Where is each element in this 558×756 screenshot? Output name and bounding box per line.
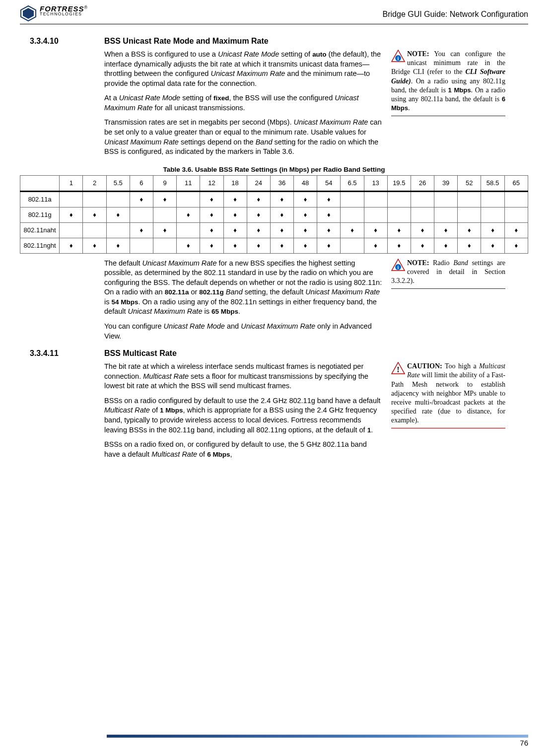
rate-supported-marker: ♦ <box>294 222 317 238</box>
rate-header: 24 <box>247 175 270 191</box>
logo-text: FORTRESS® TECHNOLOGIES <box>40 5 87 16</box>
rate-supported-marker: ♦ <box>434 238 458 253</box>
fortress-logo-icon <box>20 5 37 22</box>
rate-supported-marker: ♦ <box>458 222 481 238</box>
rate-supported-marker: ♦ <box>411 238 434 253</box>
rate-supported-marker: ♦ <box>458 238 481 253</box>
rate-supported-marker: ♦ <box>223 238 247 253</box>
rate-empty <box>106 222 130 238</box>
rate-empty <box>364 207 387 222</box>
rate-supported-marker: ♦ <box>317 238 341 253</box>
rate-supported-marker: ♦ <box>317 222 341 238</box>
logo-subtitle: TECHNOLOGIES <box>40 12 87 16</box>
rate-header: 36 <box>270 175 293 191</box>
rate-header: 6.5 <box>341 175 364 191</box>
rate-header: 9 <box>153 175 176 191</box>
rate-supported-marker: ♦ <box>317 207 341 222</box>
aftertable-p2: You can configure Unicast Rate Mode and … <box>104 322 382 341</box>
rate-supported-marker: ♦ <box>223 191 247 207</box>
rate-supported-marker: ♦ <box>294 238 317 253</box>
rate-empty <box>411 207 434 222</box>
rate-header: 1 <box>60 175 83 191</box>
logo-registered: ® <box>84 5 87 10</box>
rate-empty <box>341 207 364 222</box>
rate-header: 6 <box>130 175 153 191</box>
rate-supported-marker: ♦ <box>411 222 434 238</box>
logo: FORTRESS® TECHNOLOGIES <box>20 5 87 22</box>
rate-supported-marker: ♦ <box>270 207 293 222</box>
guide-title: Bridge GUI Guide: Network Configuration <box>383 5 528 19</box>
svg-text:i: i <box>398 56 399 61</box>
rate-header: 65 <box>504 175 528 191</box>
rate-empty <box>60 222 83 238</box>
rate-supported-marker: ♦ <box>341 222 364 238</box>
rate-supported-marker: ♦ <box>60 207 83 222</box>
rate-supported-marker: ♦ <box>130 222 153 238</box>
rate-supported-marker: ♦ <box>200 222 223 238</box>
band-name: 802.11naht <box>20 222 60 238</box>
rate-supported-marker: ♦ <box>130 191 153 207</box>
rate-empty <box>153 238 176 253</box>
rate-empty <box>364 191 387 207</box>
rate-header: 12 <box>200 175 223 191</box>
rate-empty <box>130 207 153 222</box>
rate-empty <box>434 191 458 207</box>
section-heading-10: BSS Unicast Rate Mode and Maximum Rate <box>104 37 528 46</box>
rate-header: 54 <box>317 175 341 191</box>
rate-supported-marker: ♦ <box>223 222 247 238</box>
rate-empty <box>458 191 481 207</box>
rate-supported-marker: ♦ <box>387 238 411 253</box>
note-box-2: i NOTE: Radio Band settings are covered … <box>391 259 505 289</box>
section-10-body: When a BSS is configured to use a Unicas… <box>104 50 382 162</box>
section-number-10: 3.3.4.10 <box>20 37 104 162</box>
page-header: FORTRESS® TECHNOLOGIES Bridge GUI Guide:… <box>20 5 528 24</box>
page-number: 76 <box>107 739 528 747</box>
rate-empty <box>458 207 481 222</box>
band-name: 802.11nght <box>20 238 60 253</box>
rate-supported-marker: ♦ <box>200 207 223 222</box>
rate-empty <box>177 191 200 207</box>
svg-text:i: i <box>398 265 399 270</box>
rate-supported-marker: ♦ <box>247 207 270 222</box>
rate-supported-marker: ♦ <box>83 207 106 222</box>
section-heading-11: BSS Multicast Rate <box>104 349 528 358</box>
section-number-11: 3.3.4.11 <box>20 349 104 464</box>
rate-empty <box>434 207 458 222</box>
rate-supported-marker: ♦ <box>247 191 270 207</box>
sec11-p2: BSSs on a radio configured by default to… <box>104 396 382 435</box>
rate-supported-marker: ♦ <box>200 191 223 207</box>
rate-empty <box>387 191 411 207</box>
rate-empty <box>106 191 130 207</box>
rate-empty <box>130 238 153 253</box>
sec11-p3: BSSs on a radio fixed on, or configured … <box>104 440 382 459</box>
rate-empty <box>387 207 411 222</box>
rate-supported-marker: ♦ <box>106 207 130 222</box>
note-box-1: i NOTE: You can configure the unicast mi… <box>391 50 505 116</box>
rate-header: 58.5 <box>481 175 504 191</box>
rate-supported-marker: ♦ <box>270 191 293 207</box>
rate-supported-marker: ♦ <box>504 238 528 253</box>
info-icon: i <box>391 259 405 272</box>
rate-supported-marker: ♦ <box>270 238 293 253</box>
sec10-p3: Transmission rates are set in megabits p… <box>104 118 382 156</box>
rate-empty <box>153 207 176 222</box>
rate-supported-marker: ♦ <box>177 207 200 222</box>
rate-empty <box>83 222 106 238</box>
band-name: 802.11g <box>20 207 60 222</box>
rate-supported-marker: ♦ <box>60 238 83 253</box>
rate-header: 19.5 <box>387 175 411 191</box>
rate-empty <box>411 191 434 207</box>
rate-supported-marker: ♦ <box>294 191 317 207</box>
rate-supported-marker: ♦ <box>83 238 106 253</box>
caution-icon: ! <box>391 362 405 375</box>
rate-empty <box>504 207 528 222</box>
rate-empty <box>60 191 83 207</box>
rate-empty <box>83 191 106 207</box>
rate-supported-marker: ♦ <box>504 222 528 238</box>
rate-supported-marker: ♦ <box>364 238 387 253</box>
rate-empty <box>481 191 504 207</box>
rate-supported-marker: ♦ <box>387 222 411 238</box>
rate-supported-marker: ♦ <box>317 191 341 207</box>
rate-empty <box>341 191 364 207</box>
rate-supported-marker: ♦ <box>223 207 247 222</box>
